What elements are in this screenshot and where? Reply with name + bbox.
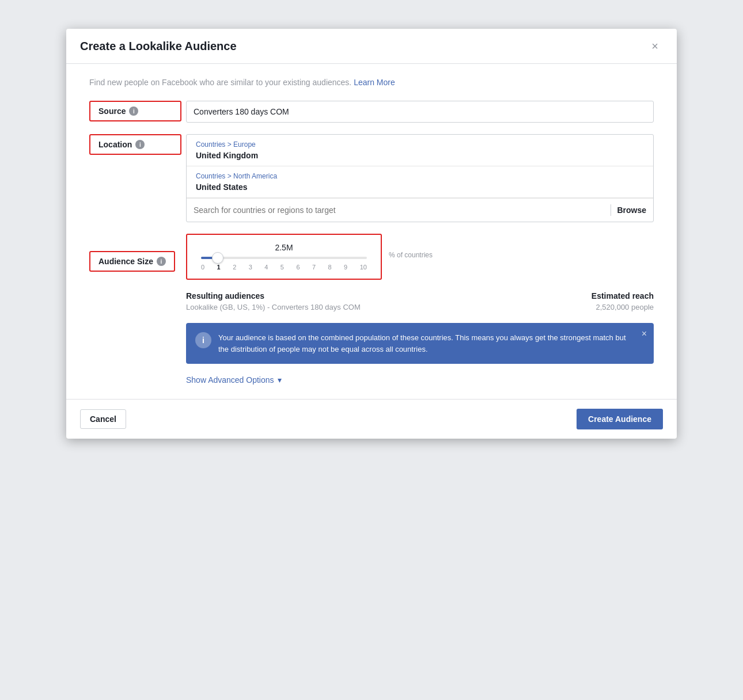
results-left: Resulting audiences Lookalike (GB, US, 1…: [186, 291, 592, 311]
resulting-audiences-label: Resulting audiences: [186, 291, 592, 300]
location-row: Location i Countries > Europe United Kin…: [89, 134, 654, 222]
cancel-button[interactable]: Cancel: [80, 409, 126, 429]
location-breadcrumb-uk: Countries > Europe: [196, 140, 644, 149]
location-control: Countries > Europe United Kingdom Countr…: [186, 134, 654, 222]
info-box-close-button[interactable]: ×: [642, 329, 647, 339]
results-right: Estimated reach 2,520,000 people: [592, 291, 654, 311]
slider-track: [201, 257, 367, 259]
location-name-uk: United Kingdom: [196, 151, 644, 160]
location-entry-us: Countries > North America United States: [187, 166, 653, 198]
countries-link-1[interactable]: Countries: [196, 140, 225, 149]
location-box: Countries > Europe United Kingdom Countr…: [186, 134, 654, 222]
source-input[interactable]: [186, 101, 654, 123]
audience-size-slider-box: 2.5M 0 1 2 3 4 5 6: [186, 234, 382, 280]
estimated-reach-value: 2,520,000 people: [592, 303, 654, 311]
countries-link-2[interactable]: Countries: [196, 172, 225, 180]
browse-button[interactable]: Browse: [617, 206, 646, 215]
north-america-link[interactable]: North America: [233, 172, 277, 180]
location-entry-uk: Countries > Europe United Kingdom: [187, 135, 653, 166]
location-search-input[interactable]: [194, 206, 605, 215]
info-box-text: Your audience is based on the combined p…: [218, 332, 631, 355]
results-section: Resulting audiences Lookalike (GB, US, 1…: [186, 291, 654, 311]
close-button[interactable]: ×: [647, 38, 663, 54]
info-box-icon: i: [195, 332, 211, 348]
audience-size-label: Audience Size i: [89, 251, 175, 272]
location-info-icon[interactable]: i: [135, 140, 145, 149]
slider-thumb[interactable]: [212, 252, 223, 264]
resulting-audiences-value: Lookalike (GB, US, 1%) - Converters 180 …: [186, 303, 592, 311]
percent-label: % of countries: [389, 234, 433, 259]
location-label: Location i: [89, 134, 181, 155]
source-info-icon[interactable]: i: [129, 106, 138, 116]
modal-header: Create a Lookalike Audience ×: [66, 29, 677, 64]
source-row: Source i: [89, 101, 654, 123]
source-control: [186, 101, 654, 123]
modal-body: Find new people on Facebook who are simi…: [66, 64, 677, 399]
slider-value: 2.5M: [196, 243, 372, 252]
slider-container: [196, 257, 372, 259]
location-breadcrumb-us: Countries > North America: [196, 172, 644, 180]
estimated-reach-label: Estimated reach: [592, 291, 654, 300]
modal-description: Find new people on Facebook who are simi…: [89, 78, 654, 87]
advanced-options-row: Show Advanced Options ▾: [186, 364, 654, 385]
audience-size-row: Audience Size i 2.5M 0 1: [89, 234, 654, 280]
browse-divider: [611, 204, 611, 216]
location-search-row: Browse: [187, 198, 653, 222]
audience-size-label-col: Audience Size i: [89, 234, 181, 272]
source-label: Source i: [89, 101, 181, 121]
audience-size-section: Audience Size i 2.5M 0 1: [89, 234, 654, 280]
audience-size-info-icon[interactable]: i: [157, 257, 166, 266]
learn-more-link[interactable]: Learn More: [354, 78, 395, 87]
modal-footer: Cancel Create Audience: [66, 399, 677, 439]
info-box: i Your audience is based on the combined…: [186, 323, 654, 364]
location-name-us: United States: [196, 182, 644, 192]
europe-link[interactable]: Europe: [233, 140, 256, 149]
advanced-options-link[interactable]: Show Advanced Options ▾: [186, 375, 282, 385]
create-audience-button[interactable]: Create Audience: [577, 409, 663, 429]
slider-ticks: 0 1 2 3 4 5 6 7 8 9 10: [196, 264, 372, 271]
modal-title: Create a Lookalike Audience: [80, 40, 237, 53]
